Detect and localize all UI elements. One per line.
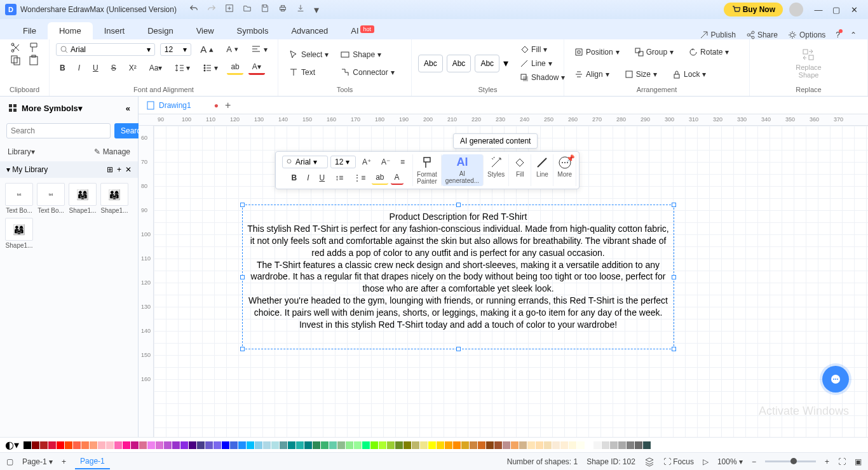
color-swatch[interactable] <box>214 441 221 449</box>
color-swatch[interactable] <box>222 441 229 449</box>
position-button[interactable]: Position▾ <box>571 46 623 58</box>
color-swatch[interactable] <box>354 441 362 449</box>
add-page-button[interactable]: + <box>62 457 66 466</box>
share-button[interactable]: Share <box>746 30 778 39</box>
page-select[interactable]: Page-1 ▾ <box>22 457 53 466</box>
color-swatch[interactable] <box>627 441 634 449</box>
float-font-select[interactable]: Arial▾ <box>282 156 328 168</box>
color-swatch[interactable] <box>247 441 254 449</box>
connector-tool-button[interactable]: Connector▾ <box>336 65 398 79</box>
cut-button[interactable] <box>10 42 22 53</box>
buy-now-button[interactable]: Buy Now <box>724 3 783 17</box>
maximize-button[interactable]: ▢ <box>827 5 845 15</box>
superscript-button[interactable]: X² <box>125 62 140 74</box>
color-swatch[interactable] <box>643 441 651 449</box>
color-swatch[interactable] <box>569 441 576 449</box>
qat-more-button[interactable]: ▾ <box>314 4 319 16</box>
export-button[interactable] <box>296 4 305 16</box>
color-swatch[interactable] <box>346 441 353 449</box>
color-swatch[interactable] <box>114 441 122 449</box>
copy-button[interactable] <box>10 55 22 66</box>
color-swatch[interactable] <box>90 441 97 449</box>
undo-button[interactable] <box>189 4 198 16</box>
color-swatch[interactable] <box>230 441 238 449</box>
fullscreen-button[interactable]: ▣ <box>855 457 862 466</box>
text-tool-button[interactable]: Text <box>285 65 332 79</box>
replace-shape-button[interactable]: Replace Shape <box>792 46 825 81</box>
float-shrink-font[interactable]: A⁻ <box>377 156 394 168</box>
color-swatch[interactable] <box>527 441 535 449</box>
color-swatch[interactable] <box>511 441 519 449</box>
color-swatch[interactable] <box>98 441 105 449</box>
color-swatch[interactable] <box>618 441 626 449</box>
redo-button[interactable] <box>207 4 216 16</box>
color-swatch[interactable] <box>503 441 510 449</box>
color-swatch[interactable] <box>585 441 593 449</box>
color-swatch[interactable] <box>180 441 188 449</box>
color-swatch[interactable] <box>255 441 262 449</box>
color-swatch[interactable] <box>189 441 196 449</box>
float-size-select[interactable]: 12▾ <box>330 156 356 168</box>
chat-bubble-button[interactable] <box>822 366 849 393</box>
float-spacing[interactable]: ↕≡ <box>331 171 347 185</box>
color-swatch[interactable] <box>304 441 312 449</box>
color-swatch[interactable] <box>420 441 428 449</box>
color-swatch[interactable] <box>370 441 378 449</box>
lock-button[interactable]: Lock▾ <box>668 68 710 81</box>
color-swatch[interactable] <box>428 441 436 449</box>
line-spacing-button[interactable]: ▾ <box>171 62 194 74</box>
color-swatch[interactable] <box>131 441 139 449</box>
color-swatch[interactable] <box>24 441 31 449</box>
align-button[interactable]: ▾ <box>247 43 271 57</box>
color-swatch[interactable] <box>123 441 130 449</box>
manage-library-button[interactable]: ✎ Manage <box>94 147 130 156</box>
zoom-level[interactable]: 100% ▾ <box>717 457 743 466</box>
align-obj-button[interactable]: Align▾ <box>571 68 613 81</box>
float-pin[interactable]: 📌 <box>566 154 575 163</box>
color-swatch[interactable] <box>329 441 337 449</box>
color-swatch[interactable] <box>445 441 452 449</box>
paste-button[interactable] <box>28 55 39 66</box>
float-line[interactable]: Line <box>531 154 553 186</box>
color-swatch[interactable] <box>602 441 609 449</box>
color-swatch[interactable] <box>32 441 39 449</box>
library-thumb[interactable]: txtText Bo... <box>37 183 65 214</box>
styles-more-button[interactable]: ▾ <box>503 57 508 69</box>
color-picker-button[interactable]: ◐▾ <box>5 439 19 451</box>
document-tab[interactable]: Drawing1 ● <box>146 101 219 110</box>
zoom-out-button[interactable]: − <box>752 457 756 466</box>
color-swatch[interactable] <box>387 441 395 449</box>
color-swatch[interactable] <box>271 441 279 449</box>
font-family-select[interactable]: Arial▾ <box>56 43 155 56</box>
collapse-sidebar-button[interactable]: « <box>126 104 130 113</box>
shadow-button[interactable]: Shadow▾ <box>516 71 569 84</box>
float-highlight[interactable]: ab <box>372 171 388 185</box>
bullets-button[interactable]: ▾ <box>199 62 222 74</box>
color-swatch[interactable] <box>635 441 642 449</box>
focus-button[interactable]: ⛶ Focus <box>663 457 694 466</box>
layers-button[interactable] <box>644 457 654 467</box>
color-swatch[interactable] <box>81 441 89 449</box>
color-swatch[interactable] <box>560 441 568 449</box>
shrink-font-button[interactable]: A▾ <box>222 43 242 56</box>
color-swatch[interactable] <box>412 441 419 449</box>
tab-ai[interactable]: AIhot <box>339 22 386 39</box>
help-button[interactable]: ? <box>836 30 840 39</box>
font-color-button[interactable]: A▾ <box>248 60 265 75</box>
publish-button[interactable]: Publish <box>700 30 736 39</box>
group-button[interactable]: Group▾ <box>631 46 677 58</box>
color-swatch[interactable] <box>197 441 205 449</box>
color-swatch[interactable] <box>57 441 64 449</box>
minimize-button[interactable]: — <box>810 5 827 15</box>
page-nav-button[interactable]: ▢ <box>6 457 13 466</box>
color-swatch[interactable] <box>437 441 444 449</box>
color-swatch[interactable] <box>65 441 72 449</box>
color-swatch[interactable] <box>238 441 246 449</box>
float-grow-font[interactable]: A⁺ <box>358 156 375 168</box>
lib-add-button[interactable]: + <box>117 165 121 174</box>
color-swatch[interactable] <box>403 441 411 449</box>
library-thumb[interactable]: txtText Bo... <box>5 183 33 214</box>
new-button[interactable] <box>225 4 234 16</box>
zoom-in-button[interactable]: + <box>825 457 829 466</box>
color-swatch[interactable] <box>147 441 155 449</box>
